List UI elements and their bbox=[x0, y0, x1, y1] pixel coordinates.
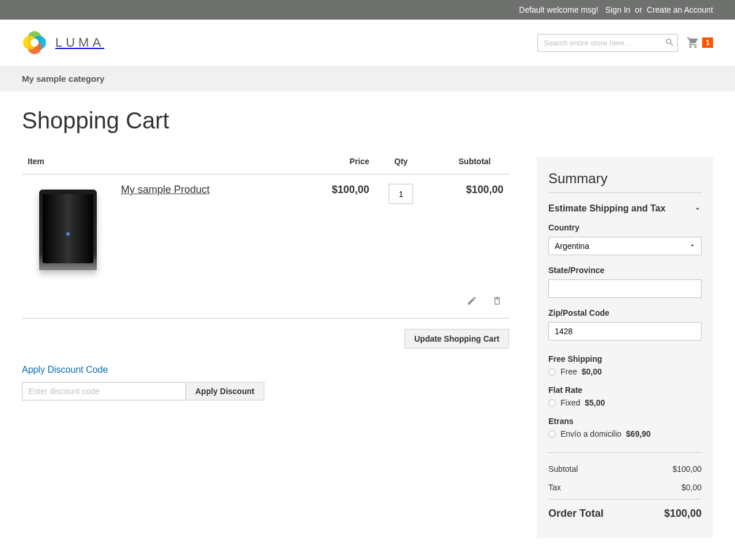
search-button[interactable] bbox=[665, 37, 675, 49]
minicart[interactable]: 1 bbox=[686, 36, 713, 49]
country-select[interactable]: Argentina bbox=[548, 237, 702, 255]
item-actions-row bbox=[22, 285, 509, 319]
ship-option-flat[interactable]: Fixed $5,00 bbox=[548, 398, 702, 407]
logo-text: LUMA bbox=[55, 35, 104, 50]
ship-method-title: Etrans bbox=[548, 417, 702, 426]
discount-toggle[interactable]: Apply Discount Code bbox=[22, 365, 509, 375]
ship-radio[interactable] bbox=[548, 430, 556, 438]
header: LUMA 1 bbox=[0, 20, 735, 66]
ship-radio[interactable] bbox=[548, 368, 556, 376]
subtotal-value: $100,00 bbox=[672, 464, 702, 474]
item-price: $100,00 bbox=[304, 175, 375, 286]
remove-item-button[interactable] bbox=[491, 294, 503, 309]
product-image bbox=[39, 190, 97, 270]
ship-method-title: Free Shipping bbox=[548, 354, 702, 364]
col-header-price: Price bbox=[304, 157, 375, 175]
col-header-qty: Qty bbox=[375, 157, 427, 175]
zip-label: Zip/Postal Code bbox=[548, 308, 702, 317]
summary-title: Summary bbox=[548, 171, 702, 193]
order-total-row: Order Total $100,00 bbox=[548, 499, 702, 524]
item-subtotal: $100,00 bbox=[427, 175, 509, 286]
edit-item-button[interactable] bbox=[465, 294, 478, 309]
cart-table: Item Price Qty Subtotal My sample Pr bbox=[22, 157, 509, 319]
qty-input[interactable] bbox=[389, 184, 413, 204]
cart-count-badge: 1 bbox=[702, 37, 713, 48]
state-input[interactable] bbox=[548, 279, 702, 298]
product-name-link[interactable]: My sample Product bbox=[121, 184, 210, 195]
or-text: or bbox=[635, 5, 642, 14]
ship-option-price: $69,90 bbox=[626, 429, 651, 438]
ship-radio[interactable] bbox=[548, 399, 556, 407]
ship-method-title: Flat Rate bbox=[548, 385, 702, 395]
sign-in-link[interactable]: Sign In bbox=[605, 5, 631, 14]
chevron-up-icon bbox=[694, 205, 702, 213]
product-image-link[interactable] bbox=[28, 184, 108, 276]
ship-option-label: Envío a domicilio bbox=[560, 429, 622, 438]
search-box bbox=[537, 34, 678, 52]
order-total-label: Order Total bbox=[548, 508, 604, 520]
state-label: State/Province bbox=[548, 266, 702, 275]
discount-code-input[interactable] bbox=[22, 382, 186, 400]
country-label: Country bbox=[548, 223, 702, 232]
tax-row: Tax $0,00 bbox=[548, 478, 702, 497]
estimate-label: Estimate Shipping and Tax bbox=[548, 203, 665, 214]
ship-option-label: Fixed bbox=[560, 398, 580, 407]
estimate-shipping-toggle[interactable]: Estimate Shipping and Tax bbox=[548, 203, 702, 214]
page-title: Shopping Cart bbox=[22, 108, 713, 134]
subtotal-row: Subtotal $100,00 bbox=[548, 460, 702, 478]
nav-category-link[interactable]: My sample category bbox=[22, 66, 104, 92]
tax-label: Tax bbox=[548, 483, 561, 492]
update-cart-button[interactable]: Update Shopping Cart bbox=[404, 329, 509, 349]
summary-block: Summary Estimate Shipping and Tax Countr… bbox=[537, 157, 713, 538]
cart-item-row: My sample Product $100,00 $100,00 bbox=[22, 175, 509, 286]
apply-discount-button[interactable]: Apply Discount bbox=[186, 382, 264, 400]
ship-option-free[interactable]: Free $0,00 bbox=[548, 367, 702, 376]
ship-option-price: $5,00 bbox=[585, 398, 605, 407]
col-header-item: Item bbox=[22, 157, 304, 175]
create-account-link[interactable]: Create an Account bbox=[647, 5, 713, 14]
ship-option-price: $0,00 bbox=[582, 367, 602, 376]
trash-icon bbox=[492, 296, 502, 306]
col-header-subtotal: Subtotal bbox=[427, 157, 509, 175]
svg-point-4 bbox=[31, 39, 39, 47]
subtotal-label: Subtotal bbox=[548, 464, 578, 474]
tax-value: $0,00 bbox=[681, 483, 702, 492]
top-banner: Default welcome msg! Sign In or Create a… bbox=[0, 0, 735, 20]
logo[interactable]: LUMA bbox=[22, 30, 104, 55]
search-icon bbox=[665, 37, 675, 47]
zip-input[interactable] bbox=[548, 322, 702, 340]
pencil-icon bbox=[467, 296, 477, 306]
search-input[interactable] bbox=[537, 34, 678, 52]
welcome-msg: Default welcome msg! bbox=[519, 5, 598, 14]
order-total-value: $100,00 bbox=[664, 508, 702, 520]
ship-option-etrans[interactable]: Envío a domicilio $69,90 bbox=[548, 429, 702, 438]
ship-option-label: Free bbox=[560, 367, 577, 376]
logo-icon bbox=[22, 30, 47, 55]
cart-icon bbox=[686, 36, 700, 49]
nav-bar: My sample category bbox=[0, 66, 735, 92]
